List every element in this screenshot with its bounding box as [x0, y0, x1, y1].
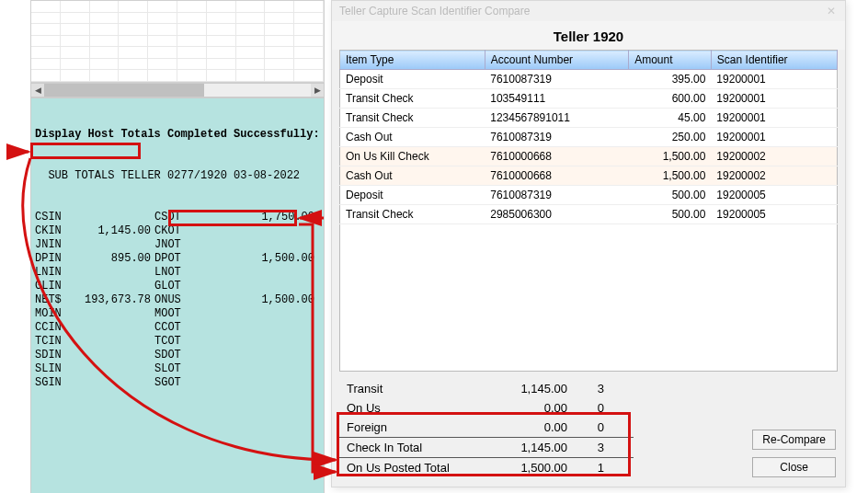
table-empty-area — [339, 224, 838, 372]
host-header: Display Host Totals Completed Successful… — [35, 128, 320, 142]
host-row: DPIN895.00DPOT1,500.00 — [35, 252, 320, 266]
host-row: CKIN1,145.00CKOT — [35, 224, 320, 238]
scroll-right-icon[interactable]: ▶ — [311, 84, 324, 97]
table-row[interactable]: On Us Kill Check76100006681,500.00192000… — [340, 147, 838, 166]
teller-heading: Teller 1920 — [332, 21, 845, 50]
recompare-button[interactable]: Re-Compare — [752, 430, 836, 450]
summary-row: Foreign0.000 — [339, 418, 634, 437]
summary-row: On Us Posted Total1,500.001 — [339, 457, 634, 477]
table-row[interactable]: Deposit7610087319500.0019200005 — [340, 186, 838, 205]
col-item-type[interactable]: Item Type — [340, 51, 485, 70]
table-row[interactable]: Cash Out7610087319250.0019200001 — [340, 128, 838, 147]
table-row[interactable]: Transit Check2985006300500.0019200005 — [340, 205, 838, 224]
dialog-title-text: Teller Capture Scan Identifier Compare — [339, 5, 530, 17]
table-row[interactable]: Deposit7610087319395.0019200001 — [340, 70, 838, 89]
compare-dialog: Teller Capture Scan Identifier Compare ✕… — [331, 0, 846, 487]
host-row: GLINGLOT — [35, 280, 320, 293]
host-row: JNINJNOT — [35, 238, 320, 252]
summary-row: On Us0.000 — [339, 398, 634, 418]
host-row: SGINSGOT — [35, 376, 320, 390]
host-subheader: SUB TOTALS TELLER 0277/1920 03-08-2022 — [35, 169, 320, 183]
horizontal-scrollbar[interactable]: ◀ ▶ — [30, 83, 325, 97]
summary-row: Transit1,145.003 — [339, 379, 634, 398]
host-row: CCINCCOT — [35, 321, 320, 335]
col-scan-identifier[interactable]: Scan Identifier — [711, 51, 837, 70]
col-amount[interactable]: Amount — [629, 51, 712, 70]
items-table[interactable]: Item Type Account Number Amount Scan Ide… — [339, 50, 838, 224]
close-icon[interactable]: ✕ — [825, 5, 838, 17]
host-row: TCINTCOT — [35, 335, 320, 349]
host-row: CSINCSOT1,750.00 — [35, 211, 320, 224]
scroll-thumb[interactable] — [44, 84, 204, 97]
table-row[interactable]: Transit Check123456789101145.0019200001 — [340, 109, 838, 128]
scroll-left-icon[interactable]: ◀ — [31, 84, 44, 97]
host-row: SLINSLOT — [35, 362, 320, 376]
host-row: MOINMOOT — [35, 307, 320, 321]
table-header-row: Item Type Account Number Amount Scan Ide… — [340, 51, 838, 70]
table-row[interactable]: Transit Check103549111600.0019200001 — [340, 89, 838, 109]
table-row[interactable]: Cash Out76100006681,500.0019200002 — [340, 166, 838, 186]
spreadsheet-grid[interactable] — [30, 0, 325, 83]
scroll-track[interactable] — [44, 84, 311, 97]
col-account-number[interactable]: Account Number — [485, 51, 628, 70]
host-row: LNINLNOT — [35, 266, 320, 280]
host-totals-text: Display Host Totals Completed Successful… — [30, 97, 325, 493]
dialog-titlebar: Teller Capture Scan Identifier Compare ✕ — [332, 1, 845, 21]
host-row: SDINSDOT — [35, 349, 320, 362]
summary-row: Check In Total1,145.003 — [339, 437, 634, 457]
host-row: NET$193,673.78ONUS1,500.00 — [35, 293, 320, 307]
summary-block: Transit1,145.003On Us0.000Foreign0.000Ch… — [339, 379, 634, 477]
close-button[interactable]: Close — [752, 457, 836, 477]
host-totals-panel: ◀ ▶ Display Host Totals Completed Succes… — [30, 0, 325, 478]
